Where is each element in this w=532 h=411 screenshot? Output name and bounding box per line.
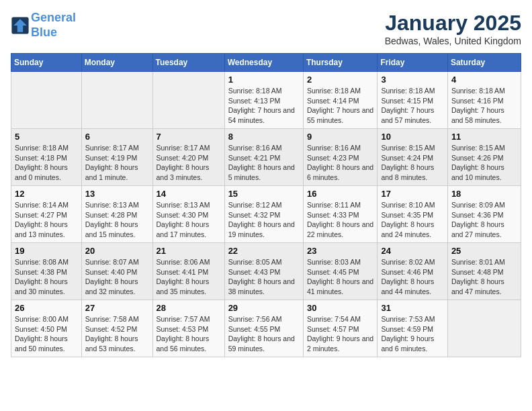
day-info: Sunrise: 8:13 AMSunset: 4:28 PMDaylight:… (85, 200, 149, 240)
day-number: 7 (157, 132, 221, 142)
calendar-week-row: 26Sunrise: 8:00 AMSunset: 4:50 PMDayligh… (11, 300, 521, 357)
day-info: Sunrise: 8:18 AMSunset: 4:18 PMDaylight:… (15, 143, 78, 183)
day-info: Sunrise: 8:17 AMSunset: 4:20 PMDaylight:… (157, 143, 221, 183)
day-number: 29 (228, 303, 300, 313)
calendar-cell: 19Sunrise: 8:08 AMSunset: 4:38 PMDayligh… (11, 243, 82, 300)
day-number: 20 (85, 246, 149, 256)
day-number: 2 (307, 75, 374, 85)
weekday-header: Sunday (11, 54, 82, 72)
day-number: 12 (15, 189, 78, 199)
day-info: Sunrise: 8:17 AMSunset: 4:19 PMDaylight:… (85, 143, 149, 183)
logo-text: General Blue (31, 11, 76, 40)
calendar-cell: 11Sunrise: 8:15 AMSunset: 4:26 PMDayligh… (447, 129, 521, 186)
day-info: Sunrise: 8:18 AMSunset: 4:13 PMDaylight:… (228, 86, 300, 126)
calendar-cell: 25Sunrise: 8:01 AMSunset: 4:48 PMDayligh… (447, 243, 521, 300)
calendar-cell: 3Sunrise: 8:18 AMSunset: 4:15 PMDaylight… (378, 72, 447, 129)
day-info: Sunrise: 7:54 AMSunset: 4:57 PMDaylight:… (307, 314, 374, 354)
calendar-cell: 27Sunrise: 7:58 AMSunset: 4:52 PMDayligh… (81, 300, 152, 357)
day-info: Sunrise: 7:53 AMSunset: 4:59 PMDaylight:… (381, 314, 443, 354)
logo-blue: Blue (31, 26, 57, 39)
day-number: 16 (307, 189, 374, 199)
day-number: 15 (228, 189, 300, 199)
day-info: Sunrise: 8:05 AMSunset: 4:43 PMDaylight:… (228, 257, 300, 297)
logo-icon (11, 16, 30, 35)
calendar-cell: 16Sunrise: 8:11 AMSunset: 4:33 PMDayligh… (303, 186, 378, 243)
day-number: 6 (85, 132, 149, 142)
day-info: Sunrise: 7:57 AMSunset: 4:53 PMDaylight:… (157, 314, 221, 354)
calendar-cell: 18Sunrise: 8:09 AMSunset: 4:36 PMDayligh… (447, 186, 521, 243)
calendar-cell: 23Sunrise: 8:03 AMSunset: 4:45 PMDayligh… (303, 243, 378, 300)
day-info: Sunrise: 8:06 AMSunset: 4:41 PMDaylight:… (157, 257, 221, 297)
calendar-week-row: 1Sunrise: 8:18 AMSunset: 4:13 PMDaylight… (11, 72, 521, 129)
month-title: January 2025 (385, 11, 521, 36)
day-info: Sunrise: 8:02 AMSunset: 4:46 PMDaylight:… (381, 257, 443, 297)
day-number: 4 (451, 75, 517, 85)
day-number: 21 (157, 246, 221, 256)
day-info: Sunrise: 8:16 AMSunset: 4:21 PMDaylight:… (228, 143, 300, 183)
calendar-cell: 9Sunrise: 8:16 AMSunset: 4:23 PMDaylight… (303, 129, 378, 186)
day-info: Sunrise: 7:56 AMSunset: 4:55 PMDaylight:… (228, 314, 300, 354)
day-info: Sunrise: 8:07 AMSunset: 4:40 PMDaylight:… (85, 257, 149, 297)
day-info: Sunrise: 8:08 AMSunset: 4:38 PMDaylight:… (15, 257, 78, 297)
day-number: 25 (451, 246, 517, 256)
day-info: Sunrise: 7:58 AMSunset: 4:52 PMDaylight:… (85, 314, 149, 354)
calendar-cell: 5Sunrise: 8:18 AMSunset: 4:18 PMDaylight… (11, 129, 82, 186)
calendar-cell (152, 72, 224, 129)
calendar-cell: 31Sunrise: 7:53 AMSunset: 4:59 PMDayligh… (378, 300, 447, 357)
calendar-week-row: 12Sunrise: 8:14 AMSunset: 4:27 PMDayligh… (11, 186, 521, 243)
calendar-cell: 6Sunrise: 8:17 AMSunset: 4:19 PMDaylight… (81, 129, 152, 186)
day-number: 27 (85, 303, 149, 313)
calendar-cell (81, 72, 152, 129)
day-info: Sunrise: 8:18 AMSunset: 4:14 PMDaylight:… (307, 86, 374, 126)
weekday-header: Saturday (447, 54, 521, 72)
calendar-cell: 8Sunrise: 8:16 AMSunset: 4:21 PMDaylight… (224, 129, 303, 186)
day-info: Sunrise: 8:18 AMSunset: 4:15 PMDaylight:… (381, 86, 443, 126)
day-info: Sunrise: 8:13 AMSunset: 4:30 PMDaylight:… (157, 200, 221, 240)
day-number: 31 (381, 303, 443, 313)
day-number: 19 (15, 246, 78, 256)
weekday-header: Monday (81, 54, 152, 72)
day-number: 24 (381, 246, 443, 256)
day-info: Sunrise: 8:01 AMSunset: 4:48 PMDaylight:… (451, 257, 517, 297)
weekday-header: Tuesday (152, 54, 224, 72)
day-number: 23 (307, 246, 374, 256)
calendar-cell (11, 72, 82, 129)
title-block: January 2025 Bedwas, Wales, United Kingd… (385, 11, 521, 46)
calendar-cell: 12Sunrise: 8:14 AMSunset: 4:27 PMDayligh… (11, 186, 82, 243)
weekday-header: Wednesday (224, 54, 303, 72)
day-info: Sunrise: 8:15 AMSunset: 4:26 PMDaylight:… (451, 143, 517, 183)
calendar-cell: 7Sunrise: 8:17 AMSunset: 4:20 PMDaylight… (152, 129, 224, 186)
day-number: 10 (381, 132, 443, 142)
day-number: 30 (307, 303, 374, 313)
day-number: 13 (85, 189, 149, 199)
logo: General Blue (11, 11, 76, 40)
day-info: Sunrise: 8:11 AMSunset: 4:33 PMDaylight:… (307, 200, 374, 240)
weekday-header: Thursday (303, 54, 378, 72)
calendar-week-row: 19Sunrise: 8:08 AMSunset: 4:38 PMDayligh… (11, 243, 521, 300)
day-info: Sunrise: 8:14 AMSunset: 4:27 PMDaylight:… (15, 200, 78, 240)
day-info: Sunrise: 8:10 AMSunset: 4:35 PMDaylight:… (381, 200, 443, 240)
day-number: 22 (228, 246, 300, 256)
logo-general: General (31, 11, 76, 24)
day-number: 18 (451, 189, 517, 199)
calendar-cell: 14Sunrise: 8:13 AMSunset: 4:30 PMDayligh… (152, 186, 224, 243)
location-title: Bedwas, Wales, United Kingdom (385, 36, 521, 46)
day-number: 5 (15, 132, 78, 142)
day-info: Sunrise: 8:00 AMSunset: 4:50 PMDaylight:… (15, 314, 78, 354)
calendar-cell: 13Sunrise: 8:13 AMSunset: 4:28 PMDayligh… (81, 186, 152, 243)
calendar-cell: 17Sunrise: 8:10 AMSunset: 4:35 PMDayligh… (378, 186, 447, 243)
calendar-table: SundayMondayTuesdayWednesdayThursdayFrid… (11, 53, 521, 357)
page-header: General Blue January 2025 Bedwas, Wales,… (11, 11, 521, 46)
day-info: Sunrise: 8:09 AMSunset: 4:36 PMDaylight:… (451, 200, 517, 240)
day-number: 17 (381, 189, 443, 199)
calendar-cell: 15Sunrise: 8:12 AMSunset: 4:32 PMDayligh… (224, 186, 303, 243)
calendar-cell: 28Sunrise: 7:57 AMSunset: 4:53 PMDayligh… (152, 300, 224, 357)
day-number: 8 (228, 132, 300, 142)
day-number: 14 (157, 189, 221, 199)
calendar-cell: 4Sunrise: 8:18 AMSunset: 4:16 PMDaylight… (447, 72, 521, 129)
weekday-header: Friday (378, 54, 447, 72)
calendar-week-row: 5Sunrise: 8:18 AMSunset: 4:18 PMDaylight… (11, 129, 521, 186)
calendar-cell: 30Sunrise: 7:54 AMSunset: 4:57 PMDayligh… (303, 300, 378, 357)
day-info: Sunrise: 8:15 AMSunset: 4:24 PMDaylight:… (381, 143, 443, 183)
day-info: Sunrise: 8:12 AMSunset: 4:32 PMDaylight:… (228, 200, 300, 240)
